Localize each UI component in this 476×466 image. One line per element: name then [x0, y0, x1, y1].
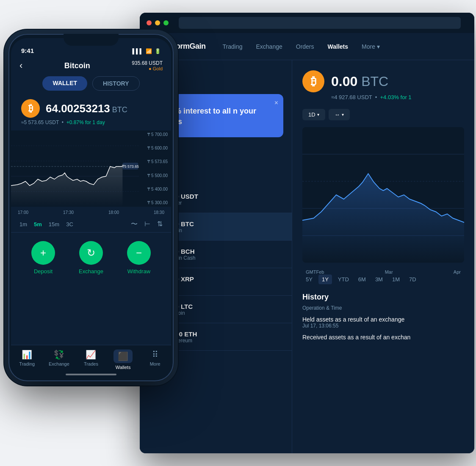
y-label-5: ₸ 5 300.00: [147, 200, 168, 205]
time-3m-button[interactable]: 3M: [372, 275, 386, 284]
phone-screen: 9:41 ▌▌▌ 📶 🔋 ‹ Bitcoin 935.68 USDT ● Gol…: [11, 38, 171, 379]
exchange-label: Exchange: [79, 268, 103, 275]
phone-nav-exchange[interactable]: 💱 Exchange: [43, 350, 75, 366]
wallet-info-ltc: .00 LTC itecoin: [170, 303, 282, 316]
chart-line-icon[interactable]: 〜: [131, 220, 138, 229]
trades-nav-label: Trades: [84, 361, 98, 366]
time-1m-button[interactable]: 1M: [389, 275, 403, 284]
more-nav-icon: ⠿: [152, 350, 158, 360]
wallets-nav-icon-box: ⬛: [113, 350, 133, 363]
svg-text:₸5 573.65: ₸5 573.65: [122, 164, 139, 169]
nav-item-trading[interactable]: Trading: [223, 43, 243, 50]
x-label-apr: Apr: [454, 269, 461, 275]
wallet-info-usdt: .00 USDT ether: [170, 193, 282, 206]
x-label-feb: GMTFeb: [306, 269, 324, 275]
phone-tab-wallet[interactable]: WALLET: [42, 76, 87, 91]
y-label-2: ₸ 5 600.00: [147, 146, 168, 150]
right-panel: ₿ 0.00 BTC ≈4 927.68 USDT • +4.03% for 1…: [292, 60, 474, 453]
svg-marker-12: [11, 166, 122, 207]
xrp-name: RP: [170, 283, 282, 288]
exchange-button[interactable]: ↻: [79, 241, 103, 265]
phone-nav-wallets[interactable]: ⬛ Wallets: [107, 350, 139, 370]
popup-close-button[interactable]: ×: [274, 99, 278, 107]
nav-items: Trading Exchange Orders Wallets More ▾: [223, 43, 380, 50]
chart-period-1d-button[interactable]: 1D ▾: [302, 109, 325, 120]
exchange-nav-icon: 💱: [54, 350, 64, 360]
history-col-label: Operation & Time: [302, 305, 464, 311]
wallet-info-eth: 0.00 ETH Ethereum: [170, 330, 282, 344]
wifi-icon: 📶: [146, 48, 152, 54]
y-label-1: ₸ 5 700.00: [147, 132, 168, 137]
btc-name: itcoin: [170, 227, 282, 233]
y-label-current: ₸ 5 573.65: [147, 159, 168, 164]
time-range-buttons: 5Y 1Y YTD 6M 3M 1M 7D: [302, 275, 464, 284]
phone-balance-type: ● Gold: [132, 66, 163, 71]
phone-tab-history[interactable]: HISTORY: [92, 76, 139, 91]
phone-nav-more[interactable]: ⠿ More: [139, 350, 171, 366]
trading-nav-label: Trading: [19, 361, 35, 366]
phone-chart-area: ₸5 573.65 ₸ 5 700.00 ₸ 5 600.00 ₸ 5 573.…: [11, 130, 171, 207]
wallet-info-btc: .00 BTC itcoin: [170, 220, 282, 233]
interval-5m[interactable]: 5m: [34, 221, 42, 227]
nav-item-orders[interactable]: Orders: [296, 43, 314, 50]
x-label-2: 17:30: [63, 210, 74, 215]
phone-chart-y-labels: ₸ 5 700.00 ₸ 5 600.00 ₸ 5 573.65 ₸ 5 500…: [147, 130, 168, 207]
phone-chart-svg: ₸5 573.65: [11, 130, 139, 207]
nav-item-wallets[interactable]: Wallets: [328, 43, 349, 50]
phone-coin-subinfo: ≈5 573.65 USDT • +0.87% for 1 day: [11, 119, 171, 129]
phone-balance-amount: 935.68 USDT: [132, 60, 163, 66]
signal-icon: ▌▌▌: [132, 48, 143, 54]
phone-time: 9:41: [21, 47, 34, 54]
time-6m-button[interactable]: 6M: [355, 275, 369, 284]
more-dropdown-icon: ▾: [377, 43, 380, 50]
xrp-amount: .00 XRP: [170, 275, 282, 283]
browser-minimize-dot[interactable]: [155, 20, 160, 25]
history-section: History Operation & Time Held assets as …: [302, 293, 464, 341]
phone-home-indicator: [66, 374, 116, 375]
phone-back-button[interactable]: ‹: [19, 60, 22, 71]
phone-nav-trades[interactable]: 📈 Trades: [75, 350, 107, 366]
phone-withdraw-action: − Withdraw: [127, 241, 151, 275]
time-7d-button[interactable]: 7D: [406, 275, 420, 284]
nav-logo-text: StormGain: [169, 42, 206, 51]
nav-item-more[interactable]: More ▾: [362, 43, 380, 50]
mobile-phone: 9:41 ▌▌▌ 📶 🔋 ‹ Bitcoin 935.68 USDT ● Gol…: [8, 34, 174, 381]
browser-close-dot[interactable]: [147, 20, 152, 25]
trading-nav-icon: 📊: [22, 350, 32, 360]
phone-interval-icons: 〜 ⊢ ⇅: [131, 220, 163, 229]
chart-candle-icon[interactable]: ⊢: [144, 220, 150, 229]
withdraw-button[interactable]: −: [127, 241, 151, 265]
interval-30[interactable]: 3C: [66, 221, 73, 227]
eth-amount: 0.00 ETH: [170, 330, 282, 338]
chart-type-button[interactable]: ↔ ▾: [329, 109, 350, 120]
phone-tabs: WALLET HISTORY: [11, 73, 171, 94]
deposit-label: Deposit: [34, 268, 53, 275]
x-label-mar: Mar: [385, 269, 393, 275]
phone-chart-x-labels: 17:00 17:30 18:00 18:30: [11, 208, 171, 216]
time-ytd-button[interactable]: YTD: [335, 275, 352, 284]
btc-large-icon: ₿: [302, 70, 324, 92]
wallets-nav-label: Wallets: [116, 365, 131, 370]
browser-address-bar[interactable]: [179, 17, 461, 29]
coin-header: ₿ 0.00 BTC: [302, 70, 464, 92]
phone-nav-trading[interactable]: 📊 Trading: [11, 350, 43, 366]
nav-item-exchange[interactable]: Exchange: [256, 43, 282, 50]
time-5y-button[interactable]: 5Y: [302, 275, 316, 284]
y-label-3: ₸ 5 500.00: [147, 173, 168, 178]
deposit-button[interactable]: +: [31, 241, 55, 265]
browser-maximize-dot[interactable]: [163, 20, 169, 25]
phone-status-icons: ▌▌▌ 📶 🔋: [132, 48, 161, 54]
x-label-4: 18:30: [154, 210, 164, 215]
browser-content: ets USDT × to 15% interest to all n your…: [140, 60, 474, 453]
browser-chrome-bar: [140, 13, 474, 33]
ltc-amount: .00 LTC: [170, 303, 282, 310]
time-1y-button[interactable]: 1Y: [318, 275, 332, 284]
withdraw-label: Withdraw: [127, 268, 150, 275]
interval-1m[interactable]: 1m: [19, 221, 27, 227]
phone-action-buttons: + Deposit ↻ Exchange − Withdraw: [11, 233, 171, 278]
phone-intervals: 1m 5m 15m 3C 〜 ⊢ ⇅: [11, 216, 171, 233]
phone-btc-amount: 64.00253213 BTC: [46, 102, 127, 115]
chart-settings-icon[interactable]: ⇅: [157, 220, 163, 229]
bch-amount: .00 BCH: [170, 248, 282, 255]
interval-15m[interactable]: 15m: [49, 221, 59, 227]
